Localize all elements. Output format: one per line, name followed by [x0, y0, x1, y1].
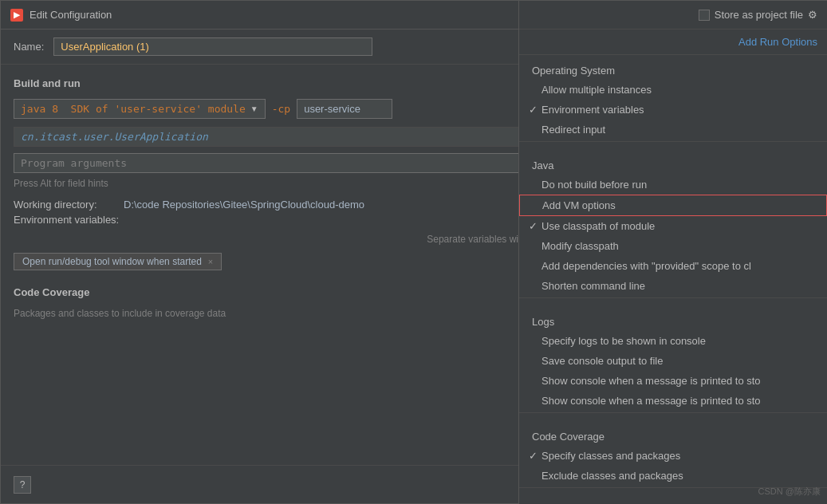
menu-divider: [519, 141, 827, 142]
gear-icon[interactable]: ⚙: [808, 9, 817, 21]
dropdown-panel: Store as project file ⚙ Add Run Options …: [518, 0, 827, 504]
store-project-checkbox[interactable]: [699, 10, 710, 21]
help-button[interactable]: ?: [14, 476, 31, 494]
menu-section-header: Operating System: [519, 61, 827, 80]
tag-close-icon[interactable]: ×: [208, 257, 213, 266]
menu-section-header: Java: [519, 156, 827, 175]
menu-item[interactable]: Specify classes and packages: [519, 446, 827, 466]
title-left: ▶ Edit Configuration: [10, 9, 112, 22]
app-icon: ▶: [10, 9, 23, 22]
store-project-row: Store as project file ⚙: [699, 9, 817, 21]
watermark: CSDN @陈亦康: [758, 486, 821, 498]
dialog-title: Edit Configuration: [30, 9, 112, 21]
name-label: Name:: [14, 41, 44, 53]
dropdown-top-bar: Store as project file ⚙: [519, 1, 827, 30]
sdk-dropdown[interactable]: java 8 SDK of 'user-service' module ▼: [14, 99, 266, 119]
menu-item[interactable]: Save console output to file: [519, 351, 827, 371]
run-debug-tag-label: Open run/debug tool window when started: [22, 256, 202, 267]
menu-item[interactable]: Add dependencies with "provided" scope t…: [519, 256, 827, 276]
menu-section-header: Logs: [519, 313, 827, 331]
dropdown-arrow-icon: ▼: [250, 104, 258, 113]
menu-item[interactable]: Exclude classes and packages: [519, 466, 827, 486]
menu-divider: [519, 297, 827, 298]
menu-item[interactable]: Shorten command line: [519, 276, 827, 296]
menu-section: LogsSpecify logs to be shown in consoleS…: [519, 306, 827, 421]
menu-item[interactable]: Show console when a message is printed t…: [519, 371, 827, 391]
cp-label: -cp: [272, 103, 290, 115]
menu-section: Operating SystemAllow multiple instances…: [519, 55, 827, 150]
cp-field[interactable]: user-service: [297, 99, 392, 119]
menu-item[interactable]: Environment variables: [519, 100, 827, 120]
menu-section: JavaDo not build before runAdd VM option…: [519, 150, 827, 306]
add-run-options[interactable]: Add Run Options: [519, 30, 827, 55]
menu-section-header: Code Coverage: [519, 427, 827, 446]
menu-sections: Operating SystemAllow multiple instances…: [519, 55, 827, 496]
run-debug-tag: Open run/debug tool window when started …: [14, 253, 222, 270]
menu-item[interactable]: Use classpath of module: [519, 216, 827, 236]
working-dir-label: Working directory:: [14, 199, 117, 211]
menu-item[interactable]: Add VM options: [519, 195, 827, 216]
working-dir-value: D:\code Repositories\Gitee\SpringCloud\c…: [124, 199, 364, 211]
name-input[interactable]: [53, 37, 372, 56]
env-vars-label: Environment variables:: [14, 214, 119, 226]
menu-item[interactable]: Allow multiple instances: [519, 80, 827, 100]
menu-item[interactable]: Specify logs to be shown in console: [519, 331, 827, 351]
menu-item[interactable]: Redirect input: [519, 120, 827, 140]
store-project-label: Store as project file: [715, 9, 803, 21]
menu-divider: [519, 412, 827, 413]
menu-item[interactable]: Modify classpath: [519, 236, 827, 256]
menu-item[interactable]: Do not build before run: [519, 175, 827, 195]
menu-section: Code CoverageSpecify classes and package…: [519, 421, 827, 496]
menu-item[interactable]: Show console when a message is printed t…: [519, 391, 827, 411]
